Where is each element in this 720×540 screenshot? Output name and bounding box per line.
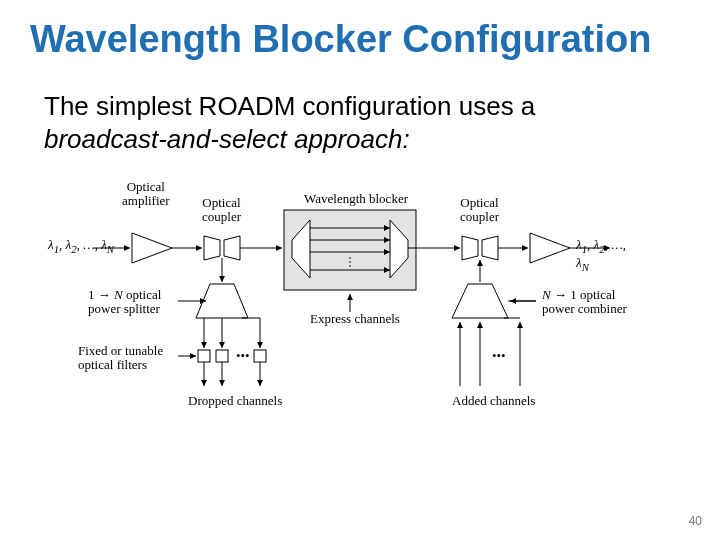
label-splitter: 1 → N opticalpower splitter: [88, 288, 161, 317]
label-express: Express channels: [310, 312, 400, 326]
svg-point-15: [349, 261, 351, 263]
dots-filters: •••: [236, 348, 250, 363]
diagram: ••• ••• Opticalamplifier Opticalcoupler: [92, 178, 628, 448]
page-number: 40: [689, 514, 702, 528]
svg-rect-31: [198, 350, 210, 362]
svg-rect-33: [254, 350, 266, 362]
label-combiner: N → 1 opticalpower combiner: [542, 288, 627, 317]
body-line-1: The simplest ROADM configuration uses a: [44, 91, 535, 121]
svg-point-16: [349, 265, 351, 267]
label-lambda-out: λ1, λ2, …, λN: [576, 238, 628, 273]
label-filters: Fixed or tunableoptical filters: [78, 344, 163, 373]
svg-rect-32: [216, 350, 228, 362]
slide: Wavelength Blocker Configuration The sim…: [0, 0, 720, 540]
svg-marker-20: [462, 236, 478, 260]
svg-marker-37: [452, 284, 508, 318]
body-line-2: broadcast-and-select approach:: [44, 124, 410, 154]
body-text: The simplest ROADM configuration uses a …: [44, 90, 535, 155]
svg-point-14: [349, 257, 351, 259]
label-blocker: Wavelength blocker: [304, 192, 408, 206]
label-amplifier: Opticalamplifier: [122, 180, 170, 209]
svg-marker-4: [224, 236, 240, 260]
label-added: Added channels: [452, 394, 535, 408]
label-dropped: Dropped channels: [188, 394, 282, 408]
svg-marker-24: [530, 233, 570, 263]
svg-marker-1: [132, 233, 172, 263]
label-coupler-right: Opticalcoupler: [460, 196, 499, 225]
label-lambda-in: λ1, λ2, …, λN: [48, 238, 114, 256]
svg-marker-21: [482, 236, 498, 260]
slide-title: Wavelength Blocker Configuration: [30, 18, 651, 61]
dots-added: •••: [492, 348, 506, 363]
svg-marker-3: [204, 236, 220, 260]
label-coupler-left: Opticalcoupler: [202, 196, 241, 225]
